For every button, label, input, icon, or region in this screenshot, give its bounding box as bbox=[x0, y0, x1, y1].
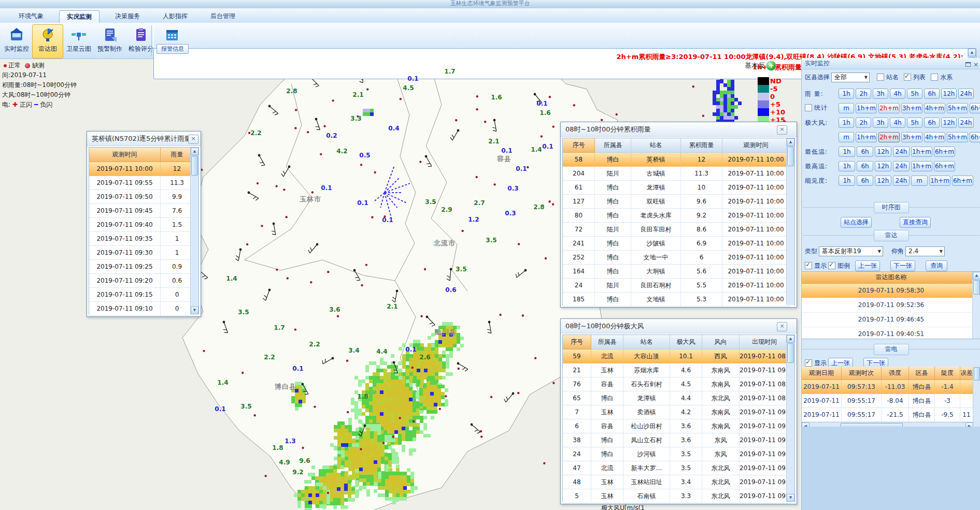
table-row[interactable]: 61 博白 龙潭镇 10 2019-07-11 10:00 bbox=[563, 181, 794, 195]
duration-button[interactable]: 2h bbox=[856, 89, 871, 99]
menu-tab[interactable]: 环境气象 bbox=[11, 10, 51, 22]
lightning-show-checkbox[interactable]: 显示 bbox=[805, 359, 827, 368]
table-row[interactable]: 127 博白 双旺镇 9.6 2019-07-11 10:00 bbox=[563, 195, 794, 209]
filter-checkbox[interactable]: 列表 bbox=[904, 73, 926, 82]
table-row[interactable]: 2019-07-11 09:55:17 -21.5 博白县 -9.5 11 bbox=[802, 408, 980, 422]
duration-button[interactable]: 6h+m bbox=[970, 132, 980, 142]
scroll-down-icon[interactable]: ▼ bbox=[787, 494, 794, 502]
table-row[interactable]: 80 博白 老虎头水库 9.2 2019-07-11 10:00 bbox=[563, 209, 794, 223]
table-row[interactable]: 2019-07-11 09:55 11.3 bbox=[89, 176, 198, 190]
table-row[interactable]: 38 博白 凤山立石村 3.6 东风 2019-07-11 09:26 bbox=[563, 433, 794, 447]
panel-close-icon[interactable]: × bbox=[973, 61, 978, 68]
duration-button[interactable]: 5h bbox=[907, 118, 922, 128]
scroll-up-icon[interactable]: ▲ bbox=[787, 138, 794, 146]
duration-button[interactable]: 6h bbox=[857, 161, 873, 171]
table-row[interactable]: 2019-07-11 09:30 1 bbox=[89, 246, 198, 260]
duration-button[interactable]: 1h+m bbox=[856, 132, 877, 142]
duration-button[interactable]: m bbox=[911, 176, 928, 186]
duration-button[interactable]: 24h bbox=[893, 147, 910, 157]
scroll-up-icon[interactable]: ▲ bbox=[787, 335, 794, 343]
table-row[interactable]: 58 博白 英桥镇 12 2019-07-11 10:00 bbox=[563, 153, 794, 167]
duration-button[interactable]: 1h bbox=[839, 147, 855, 157]
table-row[interactable]: 2019-07-11 09:25 0.9 bbox=[89, 260, 198, 274]
duration-button[interactable]: 1h bbox=[839, 176, 855, 186]
table-row[interactable]: 241 博白 沙陂镇 6.9 2019-07-11 10:00 bbox=[563, 237, 794, 251]
duration-button[interactable]: 5h+m bbox=[947, 103, 968, 113]
duration-button[interactable]: 3h bbox=[873, 118, 888, 128]
duration-button[interactable]: 6h bbox=[857, 147, 873, 157]
duration-button[interactable]: 12h bbox=[875, 147, 891, 157]
vertical-scrollbar[interactable]: ▲ bbox=[786, 138, 794, 305]
table-row[interactable]: 59 北流 大容山顶 10.1 西风 2019-07-11 08:47 bbox=[563, 349, 794, 363]
duration-button[interactable]: 2h+m bbox=[878, 103, 900, 113]
close-icon[interactable]: × bbox=[777, 322, 787, 331]
duration-button[interactable]: 4h bbox=[890, 89, 905, 99]
table-row[interactable]: 185 博白 文地镇 5.3 2019-07-11 10:00 bbox=[563, 293, 794, 307]
tool-button-1[interactable]: 实时监控 bbox=[1, 24, 32, 59]
duration-button[interactable]: 12h bbox=[875, 161, 891, 171]
table-row[interactable]: 164 博白 大垌镇 5.6 2019-07-11 10:00 bbox=[563, 265, 794, 279]
duration-button[interactable]: 4h+m bbox=[924, 103, 945, 113]
county-select[interactable]: 全部▼ bbox=[831, 72, 870, 82]
direct-query-button[interactable]: 直接查询 bbox=[900, 217, 931, 228]
tool-button-2[interactable]: 雷达图 bbox=[32, 24, 63, 59]
duration-button[interactable]: 24h bbox=[893, 176, 910, 186]
table-row[interactable]: 24 博白 沙河镇 3.5 东风 2019-07-11 09:46 bbox=[563, 447, 794, 461]
duration-button[interactable]: m bbox=[839, 132, 854, 142]
radar-image-item[interactable]: 2019-07-11 09:58:30 bbox=[802, 284, 980, 298]
duration-button[interactable]: 6h+m bbox=[952, 176, 973, 186]
filter-checkbox[interactable]: 水系 bbox=[931, 73, 953, 82]
duration-button[interactable]: 1h bbox=[839, 89, 854, 99]
duration-button[interactable]: 3h+m bbox=[901, 103, 922, 113]
duration-button[interactable]: 3h+m bbox=[901, 132, 922, 142]
duration-button[interactable]: 3h bbox=[873, 89, 888, 99]
table-row[interactable]: 6 容县 松山沙田村 3.6 东南风 2019-07-11 09:59 bbox=[563, 419, 794, 433]
duration-button[interactable]: 4h bbox=[890, 118, 905, 128]
table-row[interactable]: 2019-07-11 09:20 0.6 bbox=[89, 274, 198, 288]
duration-button[interactable]: 6h bbox=[924, 89, 940, 99]
duration-button[interactable]: 12h bbox=[941, 89, 957, 99]
add-button[interactable]: + bbox=[766, 61, 776, 71]
menu-tab[interactable]: 决策服务 bbox=[108, 10, 147, 22]
duration-button[interactable]: 5h+m bbox=[947, 132, 968, 142]
elevation-select[interactable]: 2.4▼ bbox=[905, 246, 945, 256]
table-row[interactable]: 2019-07-11 09:35 1 bbox=[89, 232, 198, 246]
duration-button[interactable]: 6h+m bbox=[934, 161, 955, 171]
scroll-up-icon[interactable]: ▲ bbox=[968, 49, 976, 56]
duration-button[interactable]: 6h bbox=[857, 176, 873, 186]
duration-button[interactable]: 24h bbox=[958, 89, 974, 99]
scroll-up-icon[interactable]: ▲ bbox=[973, 272, 980, 280]
scroll-thumb[interactable] bbox=[787, 147, 794, 166]
radar-show-checkbox[interactable]: 显示 bbox=[805, 261, 827, 270]
pin-icon[interactable]: 🗖 bbox=[965, 61, 971, 68]
scroll-up-icon[interactable]: ▲ bbox=[191, 148, 198, 155]
table-row[interactable]: 72 陆川 良田车田村 8.6 2019-07-11 10:00 bbox=[563, 223, 794, 237]
scroll-thumb[interactable] bbox=[973, 280, 980, 295]
radar-prev-button[interactable]: 上一张 bbox=[855, 260, 880, 271]
radar-image-item[interactable]: 2019-07-11 09:46:45 bbox=[802, 313, 980, 327]
duration-button[interactable]: 5h bbox=[907, 89, 922, 99]
duration-button[interactable]: 4h+m bbox=[924, 132, 945, 142]
tool-button-3[interactable]: 卫星云图 bbox=[63, 24, 94, 59]
table-row[interactable]: 204 陆川 古城镇 11.3 2019-07-11 10:00 bbox=[563, 167, 794, 181]
scroll-down-icon[interactable]: ▼ bbox=[191, 307, 198, 314]
radar-image-item[interactable]: 2019-07-11 09:40:51 bbox=[802, 327, 980, 339]
table-row[interactable]: 2019-07-11 10:00 12 bbox=[89, 162, 198, 176]
radar-legend-checkbox[interactable]: 图例 bbox=[828, 261, 850, 270]
filter-checkbox[interactable]: 站名 bbox=[877, 73, 899, 82]
radar-query-button[interactable]: 查询 bbox=[926, 260, 947, 271]
table-row[interactable]: 47 北流 新丰大罗... 3.5 东北风 2019-07-11 09:12 bbox=[563, 461, 794, 475]
table-row[interactable]: 252 博白 文地一中 6 2019-07-11 10:00 bbox=[563, 251, 794, 265]
radar-type-select[interactable]: 基本反射率19▼ bbox=[819, 246, 883, 256]
duration-button[interactable]: 24h bbox=[893, 161, 910, 171]
duration-button[interactable]: 24h bbox=[958, 118, 974, 128]
duration-button[interactable]: 2h bbox=[856, 118, 871, 128]
table-row[interactable]: 2019-07-11 09:40 1.5 bbox=[89, 218, 198, 232]
menu-tab[interactable]: 后台管理 bbox=[203, 10, 243, 22]
close-icon[interactable]: × bbox=[777, 125, 787, 135]
duration-button[interactable]: 12h bbox=[941, 118, 957, 128]
table-row[interactable]: 2019-07-11 09:45 7.6 bbox=[89, 204, 198, 218]
tool-button-4[interactable]: 预警制作 bbox=[94, 24, 125, 59]
duration-button[interactable]: 6h+m bbox=[934, 147, 955, 157]
duration-button[interactable]: 12h bbox=[875, 176, 891, 186]
